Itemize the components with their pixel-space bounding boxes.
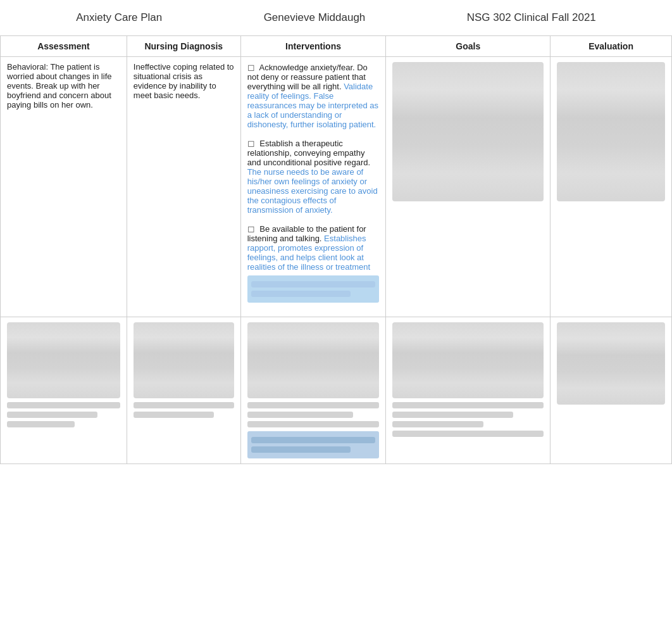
assessment-cell-2 (1, 317, 127, 464)
header-title2: Genevieve Middaugh (264, 11, 366, 24)
goals-blurred-2 (392, 322, 544, 398)
nursing-dx-cell: Ineffective coping related to situationa… (127, 57, 240, 317)
col-header-evaluation: Evaluation (551, 36, 672, 57)
goals-text-lines-2 (392, 402, 544, 437)
assessment-text: Behavioral: The patient is worried about… (7, 62, 112, 110)
bullet-3: ◻ (247, 224, 255, 234)
col-header-assessment: Assessment (1, 36, 127, 57)
col-header-goals: Goals (386, 36, 551, 57)
evaluation-cell-2 (551, 317, 672, 464)
interventions-highlight-2 (247, 431, 380, 458)
interventions-cell-2 (240, 317, 386, 464)
header-title3: NSG 302 Clinical Fall 2021 (467, 11, 596, 24)
intervention-item-3: ◻ Be available to the patient for listen… (247, 224, 380, 303)
nursing-dx-text: Ineffective coping related to situationa… (134, 62, 234, 100)
col-header-interventions: Interventions (240, 36, 386, 57)
bullet-1: ◻ (247, 62, 255, 72)
assessment-cell: Behavioral: The patient is worried about… (1, 57, 127, 317)
goals-blurred-content (392, 62, 544, 201)
intervention-3-highlight (247, 275, 380, 303)
nursing-blurred-2 (134, 322, 234, 398)
nursing-text-lines-2 (134, 402, 234, 418)
assessment-blurred-2 (7, 322, 120, 398)
goals-cell (386, 57, 551, 317)
intervention-item-1: ◻ Acknowledge anxiety/fear. Do not deny … (247, 62, 380, 129)
nursing-dx-cell-2 (127, 317, 240, 464)
assessment-text-lines-2 (7, 402, 120, 427)
intervention-2-normal: Establish a therapeutic relationship, co… (247, 139, 370, 167)
intervention-item-2: ◻ Establish a therapeutic relationship, … (247, 138, 380, 215)
goals-cell-2 (386, 317, 551, 464)
evaluation-blurred-content (557, 62, 665, 201)
bullet-2: ◻ (247, 138, 255, 148)
header-title1: Anxiety Care Plan (76, 11, 162, 24)
intervention-2-blue: The nurse needs to be aware of his/her o… (247, 167, 378, 215)
col-header-nursing: Nursing Diagnosis (127, 36, 240, 57)
interventions-cell: ◻ Acknowledge anxiety/fear. Do not deny … (240, 57, 386, 317)
evaluation-blurred-2 (557, 322, 665, 405)
page-header: Anxiety Care Plan Genevieve Middaugh NSG… (0, 0, 672, 35)
evaluation-cell (551, 57, 672, 317)
interventions-blurred-2 (247, 322, 380, 398)
interventions-text-lines-2 (247, 402, 380, 427)
table-row-2 (1, 317, 672, 464)
care-plan-table: Assessment Nursing Diagnosis Interventio… (0, 35, 672, 464)
table-row: Behavioral: The patient is worried about… (1, 57, 672, 317)
